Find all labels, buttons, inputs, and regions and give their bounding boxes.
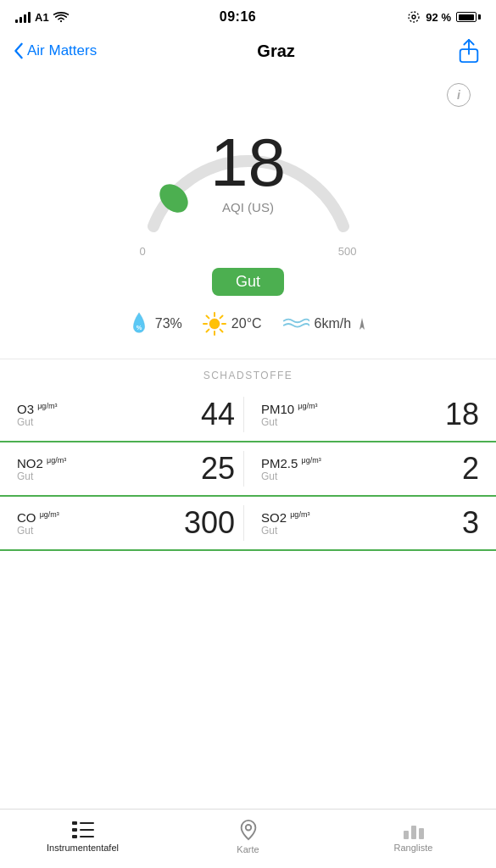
svg-point-1: [409, 12, 419, 22]
list-icon: [72, 821, 94, 839]
pollutant-info: NO2 μg/m³ Gut: [17, 456, 66, 482]
temperature-item: 20°C: [203, 312, 262, 336]
pollutant-col-right: PM10 μg/m³ Gut 18: [243, 397, 479, 432]
pollutant-info: CO μg/m³ Gut: [17, 510, 59, 537]
wifi-icon: [53, 12, 69, 23]
share-button[interactable]: [455, 37, 482, 64]
section-label: SCHADSTOFFE: [0, 370, 496, 381]
pollutant-name: PM10 μg/m³: [261, 402, 318, 416]
back-label: Air Matters: [27, 42, 97, 59]
compass-icon: [356, 318, 368, 330]
svg-rect-19: [80, 829, 94, 831]
pollutant-value: 44: [201, 397, 235, 432]
carrier-label: A1: [35, 11, 49, 24]
svg-point-0: [412, 15, 415, 19]
wind-value: 6km/h: [315, 316, 352, 331]
pollutant-name: NO2 μg/m³: [17, 456, 66, 470]
svg-line-12: [220, 316, 222, 319]
pollutant-info: PM10 μg/m³ Gut: [261, 402, 318, 428]
pollutant-value: 300: [184, 505, 235, 541]
svg-rect-16: [72, 828, 77, 832]
temperature-value: 20°C: [231, 316, 262, 331]
svg-line-10: [206, 316, 209, 319]
pollutant-status: Gut: [17, 470, 66, 482]
pollutant-name: CO μg/m³: [17, 510, 59, 525]
status-left: A1: [15, 11, 69, 24]
pollutant-name: O3 μg/m³: [17, 402, 57, 416]
svg-rect-22: [404, 831, 409, 839]
pollutant-col-left: NO2 μg/m³ Gut 25: [17, 451, 235, 487]
pollutant-value: 18: [445, 397, 479, 432]
battery-icon: [456, 12, 481, 22]
gauge-section: i 18 AQI (US) 0 500 Gut % 73%: [0, 75, 496, 352]
section-divider: [0, 359, 496, 359]
info-button[interactable]: i: [447, 83, 471, 107]
weather-row: % 73% 20°C 6km: [128, 311, 368, 337]
table-row: NO2 μg/m³ Gut 25 PM2.5 μg/m³ Gut 2: [0, 442, 496, 497]
tab-rangliste[interactable]: Rangliste: [331, 821, 496, 853]
gauge-center: 18 AQI (US): [210, 129, 286, 214]
gauge-min-label: 0: [140, 245, 146, 258]
svg-line-13: [206, 330, 209, 332]
tab-instrumententafel[interactable]: Instrumententafel: [0, 821, 165, 853]
tab-label-rangliste: Rangliste: [394, 843, 433, 853]
aqi-label: AQI (US): [210, 200, 286, 214]
chart-icon: [403, 821, 425, 839]
back-button[interactable]: Air Matters: [14, 42, 97, 59]
chevron-left-icon: [14, 42, 24, 59]
gauge-labels: 0 500: [130, 245, 367, 258]
pollutant-col-right: PM2.5 μg/m³ Gut 2: [243, 451, 479, 487]
status-badge: Gut: [212, 268, 284, 296]
pollutant-col-left: O3 μg/m³ Gut 44: [17, 397, 235, 432]
table-row: O3 μg/m³ Gut 44 PM10 μg/m³ Gut 18: [0, 388, 496, 442]
map-pin-icon: [239, 819, 258, 841]
battery-percent: 92 %: [426, 11, 451, 24]
pollutant-col-right: SO2 μg/m³ Gut 3: [243, 505, 479, 541]
svg-rect-23: [411, 826, 416, 839]
humidity-item: % 73%: [128, 311, 182, 337]
svg-rect-15: [72, 821, 77, 825]
pollutant-name: SO2 μg/m³: [261, 510, 309, 525]
pollutant-status: Gut: [261, 470, 321, 482]
status-time: 09:16: [220, 9, 256, 25]
pollutant-status: Gut: [17, 416, 57, 428]
status-bar: A1 09:16 92 %: [0, 0, 496, 31]
page-title: Graz: [257, 42, 294, 61]
tab-karte[interactable]: Karte: [165, 819, 331, 854]
humidity-icon: %: [128, 311, 150, 337]
pollutant-name: PM2.5 μg/m³: [261, 456, 321, 470]
pollutant-status: Gut: [261, 525, 309, 537]
status-right: 92 %: [407, 10, 481, 24]
signal-icon: [15, 11, 31, 23]
humidity-value: 73%: [155, 316, 182, 331]
tab-label-instrumententafel: Instrumententafel: [47, 843, 119, 853]
svg-line-11: [220, 330, 222, 332]
aqi-value: 18: [210, 129, 286, 197]
svg-point-5: [209, 319, 220, 329]
table-row: CO μg/m³ Gut 300 SO2 μg/m³ Gut 3: [0, 497, 496, 551]
pollutant-status: Gut: [17, 525, 59, 537]
pollutant-info: PM2.5 μg/m³ Gut: [261, 456, 321, 482]
wind-icon: [282, 314, 309, 334]
location-status-icon: [407, 10, 421, 24]
pollutant-status: Gut: [261, 416, 318, 428]
svg-text:%: %: [136, 324, 142, 331]
svg-rect-20: [80, 836, 94, 837]
pollutant-value: 25: [201, 451, 235, 487]
wind-item: 6km/h: [282, 314, 369, 334]
gauge-max-label: 500: [338, 245, 357, 258]
pollutant-info: SO2 μg/m³ Gut: [261, 510, 309, 537]
svg-marker-14: [359, 318, 365, 330]
tab-bar: Instrumententafel Karte Rangliste: [0, 809, 496, 868]
nav-bar: Air Matters Graz: [0, 31, 496, 75]
pollutant-value: 3: [462, 505, 479, 541]
pollutant-col-left: CO μg/m³ Gut 300: [17, 505, 235, 541]
gauge-container: 18 AQI (US): [130, 95, 367, 243]
share-icon: [458, 38, 480, 64]
sun-icon: [203, 312, 226, 336]
svg-point-21: [245, 824, 251, 830]
pollutant-info: O3 μg/m³ Gut: [17, 402, 57, 428]
pollutant-value: 2: [462, 451, 479, 487]
tab-label-karte: Karte: [237, 844, 259, 854]
svg-rect-24: [419, 828, 424, 839]
